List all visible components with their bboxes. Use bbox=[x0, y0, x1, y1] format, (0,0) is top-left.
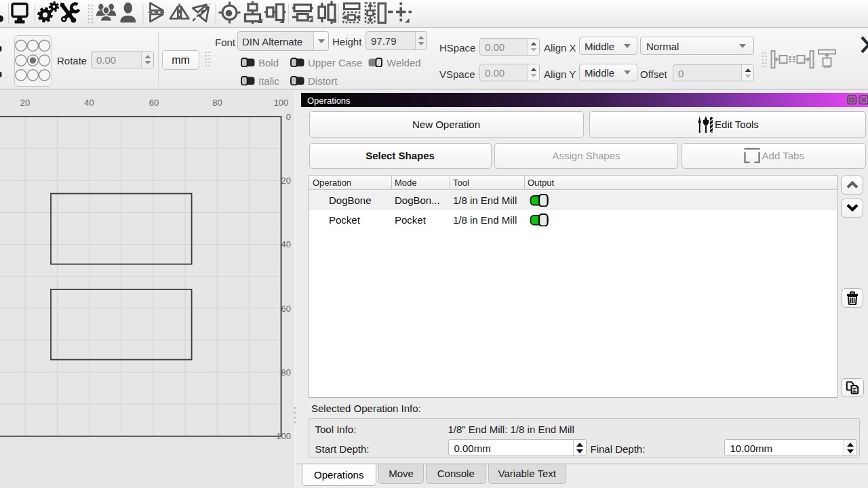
svg-text:60: 60 bbox=[149, 98, 159, 108]
svg-text:20: 20 bbox=[20, 98, 30, 108]
svg-text:0: 0 bbox=[286, 112, 291, 122]
svg-text:100: 100 bbox=[276, 431, 291, 441]
svg-text:60: 60 bbox=[281, 304, 291, 314]
svg-text:40: 40 bbox=[84, 98, 94, 108]
svg-text:80: 80 bbox=[281, 367, 291, 378]
svg-text:20: 20 bbox=[281, 176, 291, 186]
svg-text:100: 100 bbox=[274, 98, 289, 108]
svg-text:80: 80 bbox=[212, 98, 222, 108]
svg-text:40: 40 bbox=[281, 239, 291, 249]
